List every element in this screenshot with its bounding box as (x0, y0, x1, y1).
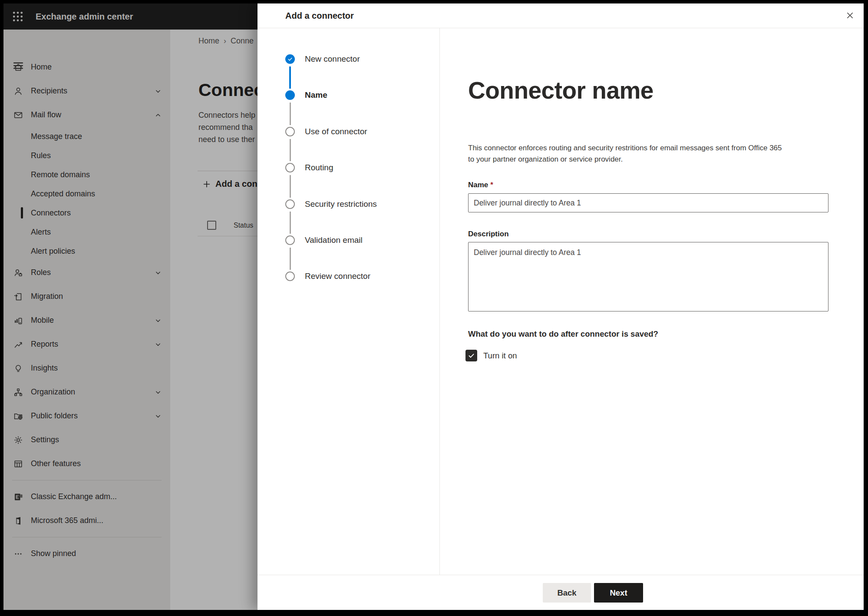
step-label: Validation email (305, 235, 363, 245)
screen: Exchange admin center HomeRecipientsMail… (3, 3, 864, 610)
dialog-header: Add a connector (257, 3, 864, 28)
footer-divider (257, 575, 864, 575)
turn-on-label: Turn it on (483, 351, 517, 361)
step-upcoming-circle-icon (285, 272, 295, 281)
step-connector-line (290, 175, 291, 198)
wizard-step-review-connector: Review connector (257, 267, 370, 285)
step-label: Review connector (305, 272, 370, 281)
after-save-question: What do you want to do after connector i… (468, 329, 658, 339)
name-field-label: Name* (468, 181, 493, 189)
close-icon[interactable] (841, 7, 858, 24)
wizard-step-routing: Routing (257, 159, 333, 177)
wizard-step-security-restrictions: Security restrictions (257, 195, 377, 213)
turn-on-checkbox[interactable] (465, 350, 477, 361)
check-icon (467, 351, 475, 360)
wizard-step-new-connector: New connector (257, 50, 360, 68)
dialog-title: Add a connector (285, 3, 354, 28)
wizard-step-use-of-connector: Use of connector (257, 123, 367, 141)
add-connector-dialog: Add a connector New connectorNameUse of … (257, 3, 864, 610)
step-label: Security restrictions (305, 199, 377, 209)
wizard-stepper: New connectorNameUse of connectorRouting… (257, 28, 440, 575)
step-upcoming-circle-icon (285, 127, 295, 136)
step-page-title: Connector name (468, 76, 653, 104)
step-label: New connector (305, 54, 360, 64)
required-asterisk: * (490, 181, 493, 189)
step-upcoming-circle-icon (285, 163, 295, 172)
next-button[interactable]: Next (594, 583, 643, 603)
back-button[interactable]: Back (543, 583, 591, 603)
step-current-circle-icon (285, 90, 295, 100)
step-connector-line (289, 66, 291, 89)
step-label: Routing (305, 163, 333, 172)
wizard-step-validation-email: Validation email (257, 231, 363, 249)
step-connector-line (290, 248, 291, 270)
description-textarea[interactable]: Deliver journal directly to Area 1 (468, 242, 828, 311)
step-upcoming-circle-icon (285, 235, 295, 245)
name-input[interactable] (468, 193, 828, 212)
check-icon (287, 56, 293, 62)
step-description: This connector enforces routing and secu… (468, 142, 782, 165)
turn-it-on-option[interactable]: Turn it on (465, 350, 517, 361)
step-upcoming-circle-icon (285, 199, 295, 209)
step-label: Name (305, 90, 327, 100)
step-connector-line (290, 139, 291, 161)
wizard-step-name: Name (257, 86, 327, 104)
description-field-label: Description (468, 230, 509, 238)
step-label: Use of connector (305, 127, 367, 136)
step-connector-line (290, 103, 291, 125)
step-connector-line (290, 212, 291, 234)
step-complete-circle-icon (285, 54, 295, 64)
